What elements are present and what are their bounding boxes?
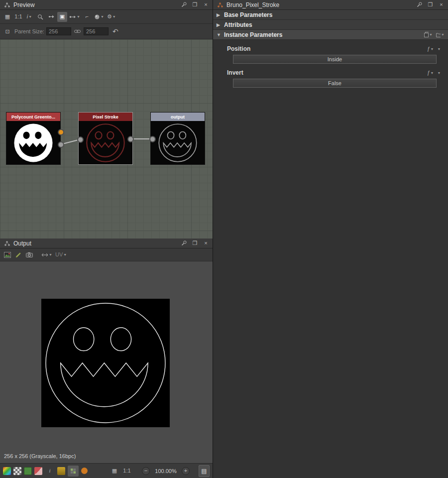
zoom-level-value: 100.00% — [152, 468, 179, 474]
settings-gear-button[interactable]: ⚙▼ — [106, 12, 117, 22]
chevron-down-icon: ▼ — [429, 33, 433, 36]
output-port[interactable] — [127, 136, 134, 142]
zoom-tool-button[interactable] — [35, 12, 45, 22]
position-value-button[interactable]: Inside — [233, 55, 437, 64]
node-graph-canvas[interactable]: Polycount Greento... Pixel Stroke — [0, 39, 213, 239]
function-button[interactable]: ƒ▼ — [426, 45, 435, 53]
chevron-down-icon: ▼ — [217, 32, 221, 37]
pixel-grid-button[interactable]: ▦ — [110, 466, 119, 476]
param-position: Position ƒ▼ ▼ Inside — [213, 44, 448, 64]
float-window-icon[interactable]: ❐ — [426, 1, 435, 8]
reset-size-button[interactable]: ↶ — [111, 26, 120, 36]
zoom-out-button[interactable]: − — [142, 467, 150, 475]
section-attributes[interactable]: ▶ Attributes — [213, 20, 448, 30]
thumbnails-toggle-button[interactable]: ▣ — [57, 12, 67, 22]
output-image — [41, 299, 170, 427]
parent-size-label: Parent Size: — [14, 28, 44, 34]
preset-folder-button[interactable]: ▼ — [436, 31, 445, 38]
channels-icon[interactable] — [3, 467, 11, 475]
preview-toolbar: ▦ 1:1 i▼ ▣ ▼ ⌐ ▼ ⚙▼ — [0, 10, 213, 24]
invert-value-button[interactable]: False — [233, 79, 437, 88]
transform-mode-button[interactable]: ▼ — [40, 250, 53, 260]
node-header[interactable]: Polycount Greento... — [6, 113, 60, 121]
preview-titlebar: Preview ❐ × — [0, 0, 213, 10]
output-port[interactable] — [58, 141, 64, 148]
filtering-mode-button[interactable]: ▤ — [199, 465, 210, 477]
connection-style-button[interactable]: ▼ — [68, 12, 81, 22]
graph-panel-icon — [2, 1, 11, 8]
param-invert: Invert ƒ▼ ▼ False — [213, 68, 448, 88]
tiling-toggle-button[interactable] — [68, 466, 79, 477]
chevron-down-icon: ▼ — [438, 47, 441, 51]
function-button[interactable]: ƒ▼ — [426, 69, 435, 77]
green-channel-icon[interactable] — [24, 467, 32, 475]
preset-list-button[interactable]: ▼ — [424, 31, 433, 38]
panel-settings-button[interactable] — [415, 1, 424, 8]
view-statusbar: i ▦ 1:1 − 100.00% + ▤ — [0, 463, 213, 478]
param-row: Position ƒ▼ ▼ — [213, 44, 448, 53]
information-button[interactable]: i — [45, 466, 55, 476]
smiley-thumbnail-filled — [13, 122, 54, 163]
smiley-thumbnail-outline-gray — [157, 122, 198, 163]
output-panel-icon — [2, 239, 11, 247]
link-nodes-button[interactable] — [46, 12, 56, 22]
chevron-down-icon: ▼ — [49, 253, 52, 256]
close-icon[interactable]: × — [202, 1, 210, 8]
chevron-right-icon: ▶ — [217, 12, 221, 17]
input-port[interactable] — [77, 136, 84, 143]
uv-mode-button[interactable]: UV ▼ — [54, 250, 68, 260]
output-port-highlighted[interactable] — [58, 129, 64, 135]
param-row: Invert ƒ▼ ▼ — [213, 68, 448, 77]
chevron-down-icon: ▼ — [438, 71, 441, 75]
color-swatch-icon[interactable] — [34, 467, 42, 475]
material-preview-button[interactable]: ▼ — [93, 12, 105, 22]
param-menu-button[interactable]: ▼ — [435, 45, 443, 53]
image-view-area[interactable]: 256 x 256 (Grayscale, 16bpc) — [0, 261, 213, 463]
grid-view-button[interactable]: ▦ — [2, 12, 12, 22]
close-icon[interactable]: × — [202, 239, 210, 247]
info-button[interactable]: i▼ — [24, 12, 34, 22]
alpha-background-icon[interactable] — [13, 467, 21, 475]
info-icon: i — [27, 14, 28, 19]
section-base-parameters[interactable]: ▶ Base Parameters — [213, 10, 448, 20]
filter-icon[interactable] — [81, 468, 88, 474]
scale-1-1-button[interactable]: 1:1 — [122, 466, 132, 476]
parent-width-input[interactable] — [46, 27, 71, 35]
link-dimensions-icon[interactable] — [73, 28, 82, 35]
node-header[interactable]: Pixel Stroke — [79, 113, 132, 121]
output-panel-title: Output — [13, 240, 31, 247]
section-label: Instance Parameters — [224, 31, 282, 38]
chevron-right-icon: ▶ — [217, 22, 221, 27]
section-instance-parameters[interactable]: ▼ Instance Parameters ▼ ▼ — [213, 30, 448, 40]
param-label: Position — [227, 45, 250, 52]
input-port[interactable] — [149, 136, 156, 142]
node-thumbnail — [151, 121, 205, 164]
panel-settings-button[interactable] — [180, 239, 188, 247]
snapshot-camera-button[interactable] — [24, 250, 34, 260]
node-output[interactable]: output — [150, 112, 205, 165]
node-polycount-greentooth[interactable]: Polycount Greento... — [6, 112, 61, 165]
panel-settings-button[interactable] — [180, 1, 188, 8]
node-pixel-stroke[interactable]: Pixel Stroke — [78, 112, 133, 165]
section-label: Base Parameters — [224, 11, 272, 18]
chevron-down-icon: ▼ — [101, 15, 104, 18]
param-menu-button[interactable]: ▼ — [435, 69, 443, 77]
chevron-down-icon: ▼ — [431, 47, 434, 51]
parent-height-input[interactable] — [84, 27, 109, 35]
close-icon[interactable]: × — [437, 1, 446, 8]
float-window-icon[interactable]: ❐ — [191, 239, 199, 247]
properties-panel-title: Bruno_Pixel_Stroke — [226, 1, 279, 8]
histogram-icon[interactable] — [57, 467, 65, 475]
zoom-in-button[interactable]: + — [182, 467, 190, 475]
node-header[interactable]: output — [151, 113, 205, 121]
properties-panel: Bruno_Pixel_Stroke ❐ × ▶ Base Parameters… — [213, 0, 448, 478]
snap-corner-button[interactable]: ⌐ — [82, 12, 92, 22]
preview-panel-title: Preview — [13, 1, 35, 8]
chevron-down-icon: ▼ — [112, 15, 116, 18]
edit-image-button[interactable] — [13, 250, 23, 260]
zoom-1-1-button[interactable]: 1:1 — [13, 12, 23, 22]
image-display-button[interactable] — [2, 250, 12, 260]
smiley-thumbnail-outline-red — [85, 122, 126, 163]
float-window-icon[interactable]: ❐ — [191, 1, 199, 8]
node-thumbnail — [6, 121, 60, 164]
